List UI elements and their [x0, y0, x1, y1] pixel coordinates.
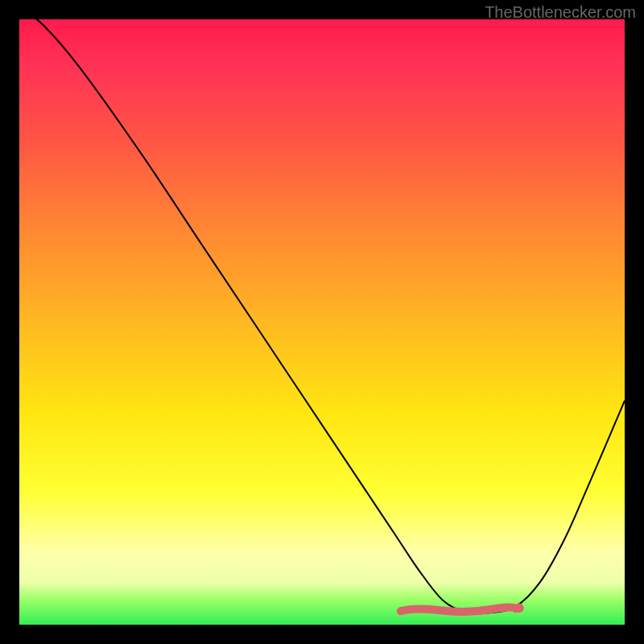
optimal-end-dot	[514, 603, 524, 613]
chart-plot-area	[19, 19, 625, 625]
watermark-text: TheBottlenecker.com	[485, 3, 636, 22]
optimal-region-band	[401, 607, 516, 612]
bottleneck-curve	[19, 19, 625, 613]
curve-svg	[19, 19, 625, 625]
